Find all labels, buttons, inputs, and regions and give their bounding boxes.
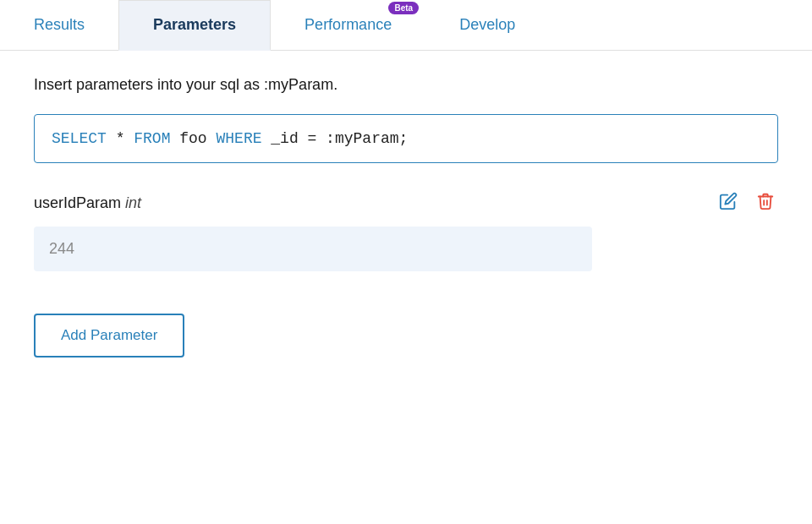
tab-parameters[interactable]: Parameters [118, 0, 271, 51]
parameter-header: userIdParam int [34, 188, 778, 218]
parameter-actions [716, 188, 778, 218]
sql-keyword-select: SELECT [52, 130, 107, 147]
delete-parameter-button[interactable] [753, 188, 778, 218]
tab-performance-label: Performance [304, 16, 392, 33]
parameter-value: 244 [49, 240, 74, 257]
tab-results[interactable]: Results [0, 0, 118, 50]
sql-keyword-from: FROM [134, 130, 170, 147]
sql-star: * [116, 130, 134, 147]
pencil-icon [719, 192, 738, 215]
parameter-section: userIdParam int [34, 188, 778, 271]
parameter-name-label: userIdParam int [34, 194, 141, 212]
parameter-input-box[interactable]: 244 [34, 227, 592, 271]
tab-performance[interactable]: Performance Beta [271, 0, 425, 50]
sql-code-block: SELECT * FROM foo WHERE _id = :myParam; [34, 114, 778, 163]
parameter-type-text: int [125, 194, 141, 211]
description-text: Insert parameters into your sql as :myPa… [34, 76, 778, 94]
parameter-name-text: userIdParam [34, 194, 121, 211]
add-parameter-button[interactable]: Add Parameter [34, 314, 184, 358]
sql-condition: _id = :myParam; [271, 130, 408, 147]
edit-parameter-button[interactable] [716, 188, 741, 218]
sql-table-name: foo [179, 130, 216, 147]
main-content: Insert parameters into your sql as :myPa… [0, 51, 812, 383]
trash-icon [756, 192, 775, 215]
beta-badge: Beta [388, 2, 419, 14]
tab-develop[interactable]: Develop [425, 0, 549, 50]
tab-bar: Results Parameters Performance Beta Deve… [0, 0, 812, 51]
sql-keyword-where: WHERE [216, 130, 261, 147]
